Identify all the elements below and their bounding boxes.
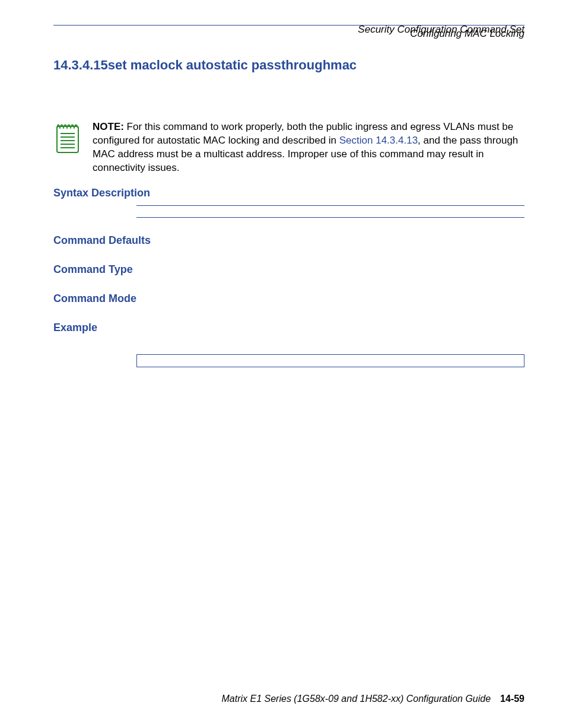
command-type-heading: Command Type <box>53 263 524 276</box>
note-icon <box>53 120 83 157</box>
note-block: NOTE: For this command to work properly,… <box>53 120 524 175</box>
example-heading: Example <box>53 322 524 334</box>
svg-rect-0 <box>57 126 78 152</box>
syntax-description-heading: Syntax Description <box>53 187 524 199</box>
section-number: 14.3.4.15 <box>53 58 108 72</box>
footer-pagenum: 14-59 <box>500 694 524 704</box>
example-box <box>136 354 524 367</box>
footer-guide: Matrix E1 Series (1G58x-09 and 1H582-xx)… <box>222 694 491 704</box>
note-link[interactable]: Section 14.3.4.13 <box>339 135 418 146</box>
header-line2: Configuring MAC Locking <box>53 28 524 40</box>
syntax-description-table <box>136 205 524 218</box>
section-heading: 14.3.4.15set maclock autostatic passthro… <box>53 58 524 73</box>
footer: Matrix E1 Series (1G58x-09 and 1H582-xx)… <box>53 694 524 704</box>
section-title: set maclock autostatic passthroughmac <box>108 58 357 72</box>
note-text: NOTE: For this command to work properly,… <box>93 120 524 175</box>
command-defaults-heading: Command Defaults <box>53 234 524 247</box>
note-label: NOTE: <box>93 121 124 132</box>
command-mode-heading: Command Mode <box>53 293 524 305</box>
